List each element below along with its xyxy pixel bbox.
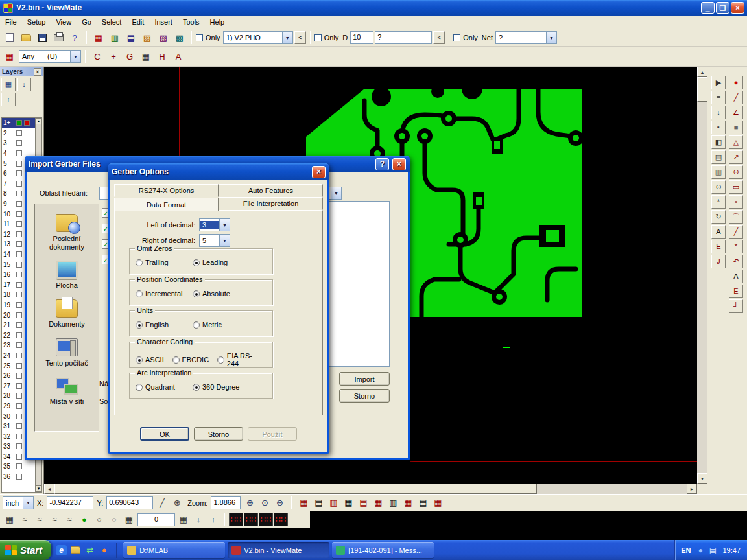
tab-data-format[interactable]: Data Format — [114, 198, 219, 211]
layer-color-swatch[interactable] — [16, 231, 22, 237]
letter-a-tool-icon[interactable]: A — [729, 270, 743, 283]
waveform-4-icon[interactable]: ≈ — [62, 513, 77, 526]
taskbar-task-v2-bin-viewmate[interactable]: V2.bin - ViewMate — [228, 542, 329, 558]
place-posledn-dokumenty[interactable]: Poslední dokumenty — [35, 214, 99, 251]
restore-button[interactable]: ❏ — [716, 2, 729, 14]
cursor-icon[interactable]: ▶ — [711, 76, 726, 89]
radio-icon[interactable] — [193, 321, 200, 329]
close-icon[interactable]: × — [392, 158, 406, 170]
context-help-icon[interactable]: ? — [67, 30, 82, 45]
tab-rs274-x-options[interactable]: RS274-X Options — [114, 184, 219, 197]
taskbar-task-d-mlab[interactable]: D:\MLAB — [123, 542, 225, 558]
rotate-icon[interactable]: ↻ — [711, 210, 726, 224]
text-tool-icon[interactable]: A — [711, 225, 726, 239]
menu-insert[interactable]: Insert — [149, 16, 178, 28]
triangle-tool-icon[interactable]: △ — [729, 135, 743, 149]
crosshair-tool-icon[interactable]: + — [106, 49, 121, 64]
new-file-icon[interactable] — [2, 30, 18, 45]
scroll-down-icon[interactable]: ▼ — [36, 485, 42, 492]
net-combo[interactable]: ? ▼ — [495, 31, 557, 44]
layer-color-swatch[interactable] — [16, 423, 22, 429]
anchor-down-icon[interactable]: ↓ — [191, 513, 206, 526]
chevron-down-icon[interactable]: ▼ — [282, 32, 292, 43]
horizontal-scroll-track[interactable] — [537, 484, 687, 494]
layer-color-swatch[interactable] — [16, 150, 22, 156]
layer-table-icon[interactable]: ▥ — [326, 496, 340, 509]
pad-view-icon[interactable]: ▨ — [139, 30, 155, 45]
place-tento-po-ta[interactable]: Tento počítač — [35, 338, 99, 368]
layer-color-swatch[interactable] — [16, 454, 22, 460]
zoom-value-field[interactable]: 1.8866 — [211, 496, 241, 509]
only-net-checkbox[interactable] — [453, 34, 460, 41]
netlist-table-icon[interactable]: ▦ — [341, 496, 355, 509]
stats-table-icon[interactable]: ▤ — [416, 496, 430, 509]
layer-color-swatch[interactable] — [16, 120, 22, 126]
circle-tool-icon[interactable]: ○ — [92, 513, 106, 526]
window-titlebar[interactable]: V2.bin - ViewMate _ ❏ × — [0, 0, 747, 16]
vertical-scroll-thumb[interactable] — [697, 77, 707, 102]
arrow-ne-tool-icon[interactable]: ↗ — [729, 150, 743, 164]
radio-incremental[interactable]: Incremental — [136, 290, 193, 298]
menu-select[interactable]: Select — [97, 16, 127, 28]
layer-color-swatch[interactable] — [16, 474, 22, 480]
zoom-in-icon[interactable]: ⊕ — [243, 496, 257, 509]
layer-color-swatch[interactable] — [16, 312, 22, 318]
radio-leading[interactable]: Leading — [193, 259, 250, 266]
place-plocha[interactable]: Plocha — [35, 261, 99, 290]
slash-tool-icon[interactable]: ╱ — [729, 225, 743, 239]
tab-file-interpretation[interactable]: File Interpretation — [219, 197, 323, 210]
storno-button[interactable]: Storno — [194, 427, 243, 441]
layer-color-swatch[interactable] — [16, 140, 22, 146]
origin-icon[interactable]: ⊕ — [170, 496, 184, 509]
draw-mode-icon[interactable]: ▥ — [107, 30, 123, 45]
corner-tool-icon[interactable]: ┘ — [729, 299, 743, 313]
layers-panel-titlebar[interactable]: Layers × — [0, 67, 43, 76]
only-layer-checkbox[interactable] — [196, 34, 203, 41]
dot-pattern-3-icon[interactable]: ∷∷ — [259, 513, 273, 526]
vertical-scrollbar[interactable]: ▲ ▼ — [697, 67, 707, 484]
radio-icon[interactable] — [193, 259, 200, 266]
waveform-1-icon[interactable]: ≈ — [18, 513, 32, 526]
move-down-icon[interactable]: ↓ — [711, 106, 726, 119]
chevron-down-icon[interactable]: ▼ — [219, 219, 230, 231]
scroll-down-icon[interactable]: ▼ — [697, 473, 707, 484]
browser-icon[interactable]: ● — [97, 542, 111, 558]
d-code-table-icon[interactable]: ▦ — [296, 496, 311, 509]
storno-button[interactable]: Storno — [339, 389, 390, 402]
layer-color-swatch[interactable] — [16, 353, 22, 358]
measure-icon[interactable]: ╱ — [155, 496, 169, 509]
x-coordinate-field[interactable]: -0.942237 — [47, 496, 93, 509]
layer-color-swatch[interactable] — [16, 262, 22, 268]
star-tool-icon[interactable]: * — [729, 240, 743, 253]
radio-360-degree[interactable]: 360 Degree — [193, 383, 250, 391]
minimize-button[interactable]: _ — [701, 2, 715, 14]
chevron-down-icon[interactable]: ▼ — [219, 235, 230, 246]
open-file-icon[interactable] — [18, 30, 34, 45]
layer-color-swatch[interactable] — [16, 241, 22, 247]
layer-color-swatch[interactable] — [16, 221, 22, 227]
waveform-3-icon[interactable]: ≈ — [47, 513, 62, 526]
vertical-scroll-track[interactable] — [697, 102, 707, 473]
pattern-grid-icon[interactable]: ▦ — [176, 513, 191, 526]
layer-color-swatch[interactable] — [16, 292, 22, 298]
radio-eia-rs-244[interactable]: EIA RS-244 — [217, 352, 264, 368]
angle-tool-icon[interactable]: ∠ — [729, 106, 743, 119]
dot-pattern-2-icon[interactable]: ∷∷ — [244, 513, 258, 526]
print-icon[interactable] — [51, 30, 66, 45]
dcode-query-input[interactable]: ? — [375, 31, 432, 44]
layer-view-icon[interactable]: ▤ — [123, 30, 139, 45]
menu-view[interactable]: View — [51, 16, 77, 28]
grid-toggle-icon[interactable]: ▦ — [3, 513, 17, 526]
unit-combo[interactable]: inch ▼ — [3, 496, 34, 509]
layer-color-swatch[interactable] — [16, 170, 22, 176]
chevron-down-icon[interactable]: ▼ — [331, 187, 341, 199]
layer-grid-icon[interactable]: ▦ — [1, 78, 16, 91]
language-ball-icon[interactable]: ● — [694, 544, 706, 557]
radio-icon[interactable] — [136, 356, 143, 364]
pad-stack-icon[interactable]: ≡ — [711, 91, 726, 104]
layer-color-swatch[interactable] — [24, 120, 30, 126]
layer-color-swatch[interactable] — [16, 443, 22, 449]
layer-color-swatch[interactable] — [16, 434, 22, 439]
layer-combo[interactable]: 1) V2.PHO ▼ — [223, 31, 293, 44]
layer-color-swatch[interactable] — [16, 332, 22, 338]
